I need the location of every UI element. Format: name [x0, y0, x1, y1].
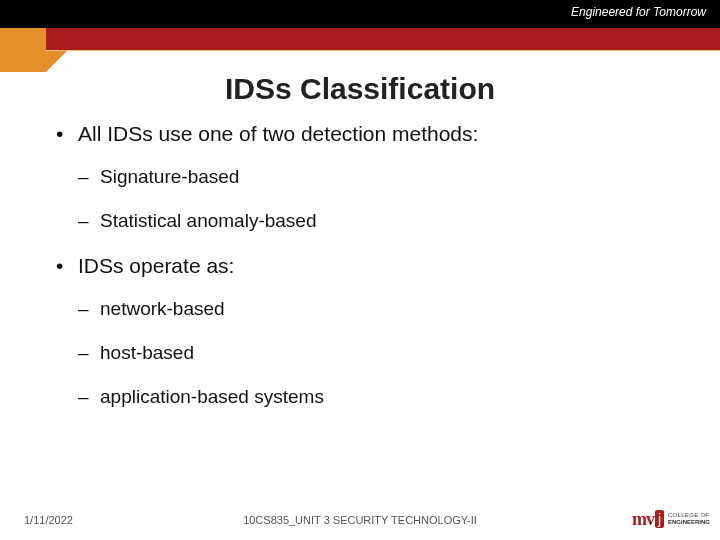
bullet-2: IDSs operate as: network-based host-base… — [56, 254, 666, 408]
logo-line2: ENGINEERING — [668, 519, 710, 526]
slide-title: IDSs Classification — [0, 72, 720, 106]
bullet-1-text: All IDSs use one of two detection method… — [78, 122, 478, 145]
subbullet-2-2: host-based — [78, 342, 666, 364]
mvj-logo: mvj COLLEGE OF ENGINEERING — [632, 504, 710, 534]
subbullet-2-1: network-based — [78, 298, 666, 320]
slide-body: All IDSs use one of two detection method… — [56, 122, 666, 430]
tagline: Engineered for Tomorrow — [571, 5, 706, 19]
slide: Engineered for Tomorrow IDSs Classificat… — [0, 0, 720, 540]
orange-tab — [0, 28, 46, 72]
logo-j: j — [655, 510, 664, 528]
bullet-1: All IDSs use one of two detection method… — [56, 122, 666, 232]
logo-line1: COLLEGE OF — [668, 512, 710, 519]
logo-mark-text: mv — [632, 509, 654, 530]
logo-text: COLLEGE OF ENGINEERING — [668, 512, 710, 526]
footer-center: 10CS835_UNIT 3 SECURITY TECHNOLOGY-II — [0, 514, 720, 526]
bullet-2-text: IDSs operate as: — [78, 254, 234, 277]
subbullet-1-1: Signature-based — [78, 166, 666, 188]
gold-underline — [46, 50, 720, 51]
subbullet-1-2: Statistical anomaly-based — [78, 210, 666, 232]
red-band — [46, 28, 720, 50]
subbullet-2-3: application-based systems — [78, 386, 666, 408]
